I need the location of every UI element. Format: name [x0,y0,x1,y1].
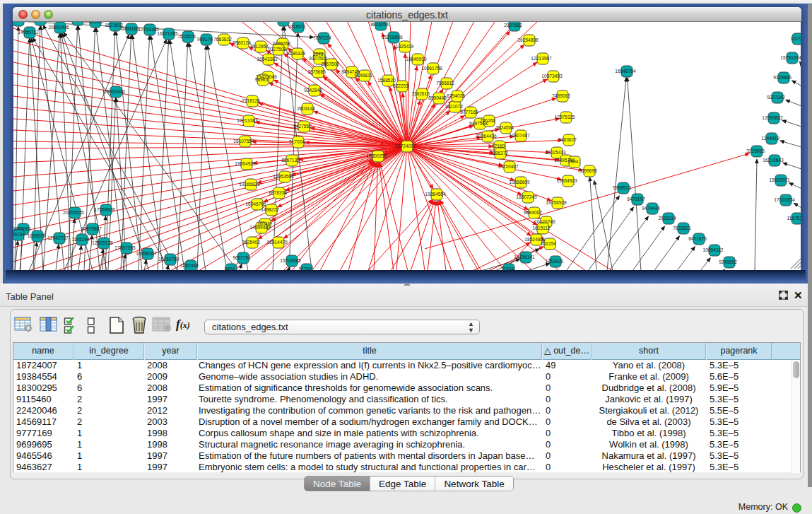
svg-text:16914479: 16914479 [266,240,288,245]
svg-text:7515526: 7515526 [177,34,196,39]
svg-text:12975115: 12975115 [555,115,575,119]
svg-text:14196141: 14196141 [514,255,535,259]
svg-text:11325419: 11325419 [394,44,414,49]
svg-text:10654112: 10654112 [703,247,724,252]
svg-text:12353594: 12353594 [273,174,294,179]
svg-text:17534: 17534 [501,267,514,270]
svg-text:969174: 969174 [197,37,213,42]
svg-text:62160: 62160 [492,144,505,148]
svg-text:16648764: 16648764 [615,69,636,74]
svg-text:15720407: 15720407 [498,164,519,169]
svg-text:9884067: 9884067 [524,210,542,215]
svg-text:15751074: 15751074 [780,55,801,60]
svg-text:19654923: 19654923 [556,178,577,183]
svg-text:7955812: 7955812 [436,81,454,86]
svg-text:15718485: 15718485 [280,258,301,263]
svg-text:18724007: 18724007 [395,144,416,148]
svg-text:1156829: 1156829 [27,233,45,238]
svg-text:10973493: 10973493 [541,74,563,78]
svg-text:1145194: 1145194 [71,237,90,242]
svg-text:15692971: 15692971 [769,177,790,182]
svg-text:1753426: 1753426 [545,259,563,264]
svg-text:20364436: 20364436 [476,134,497,139]
svg-text:1615112: 1615112 [532,226,551,230]
svg-text:18807249: 18807249 [516,194,537,199]
svg-text:9129966: 9129966 [773,75,792,80]
svg-text:8267130: 8267130 [281,158,300,163]
svg-text:7663822: 7663822 [213,37,232,42]
svg-text:14099489: 14099489 [249,225,271,230]
svg-text:7857224: 7857224 [313,35,331,40]
svg-text:8471676: 8471676 [688,236,707,241]
svg-text:16335: 16335 [13,22,23,23]
svg-text:19218506: 19218506 [382,35,403,40]
svg-text:917004: 917004 [289,139,305,144]
svg-text:10853287: 10853287 [83,22,105,24]
svg-text:2867608: 2867608 [321,62,339,66]
svg-text:10719185: 10719185 [138,27,159,32]
svg-text:12942737: 12942737 [47,235,69,240]
svg-text:17359928: 17359928 [94,207,115,212]
svg-text:12093822: 12093822 [762,115,783,120]
svg-text:28053346: 28053346 [104,89,125,94]
svg-text:1167533: 1167533 [787,216,801,221]
svg-text:8990448: 8990448 [428,95,447,100]
svg-text:746266: 746266 [480,118,495,123]
svg-text:18640910: 18640910 [406,57,427,62]
svg-text:9327503: 9327503 [268,47,286,52]
svg-text:16107554: 16107554 [233,139,254,144]
svg-text:9657791: 9657791 [233,255,251,260]
svg-text:8878334: 8878334 [269,190,287,195]
svg-text:9699695: 9699695 [579,168,597,173]
svg-text:6479197: 6479197 [627,197,645,201]
svg-text:1685061: 1685061 [13,226,31,231]
svg-text:7625402: 7625402 [242,240,260,245]
svg-text:98963: 98963 [255,77,269,82]
svg-text:17957255: 17957255 [114,245,136,250]
svg-text:19756928: 19756928 [546,200,567,205]
svg-text:18524861: 18524861 [524,237,546,242]
svg-text:20206535: 20206535 [63,210,84,215]
svg-text:18300295: 18300295 [366,153,387,158]
svg-text:9242848: 9242848 [304,88,322,93]
svg-text:8813054: 8813054 [370,22,389,27]
svg-text:8912954: 8912954 [250,44,269,49]
svg-text:1621072: 1621072 [445,104,463,109]
svg-text:16033809: 16033809 [271,22,293,23]
svg-text:16046766: 16046766 [245,201,266,206]
svg-text:19384554: 19384554 [425,192,446,197]
svg-text:14055712: 14055712 [18,30,39,35]
svg-text:3215953: 3215953 [746,148,765,153]
svg-text:8186328: 8186328 [287,51,305,56]
svg-text:9960124: 9960124 [233,40,251,45]
svg-text:91700: 91700 [299,267,312,270]
svg-text:17016504: 17016504 [774,197,795,202]
svg-text:10958107: 10958107 [136,251,157,256]
svg-text:1292348: 1292348 [180,263,199,268]
svg-text:7504: 7504 [568,159,579,164]
svg-text:10120746: 10120746 [534,219,555,224]
svg-text:252254: 252254 [541,241,556,246]
svg-text:1362615: 1362615 [411,91,430,96]
svg-text:6794028: 6794028 [447,93,465,98]
svg-text:16210643: 16210643 [763,158,784,163]
svg-text:9146821: 9146821 [354,73,372,78]
svg-text:10975887: 10975887 [81,226,102,231]
svg-text:1588520: 1588520 [377,78,396,83]
svg-text:8454: 8454 [225,267,235,270]
svg-text:12213987: 12213987 [531,56,552,61]
svg-text:3226058: 3226058 [272,41,290,46]
svg-text:16782759: 16782759 [158,257,180,262]
svg-text:12505135: 12505135 [92,240,113,245]
svg-text:6466160: 6466160 [121,26,139,31]
svg-text:16543382: 16543382 [257,57,278,62]
svg-text:2935114: 2935114 [658,216,676,221]
svg-text:2803144: 2803144 [297,106,315,111]
svg-text:9474444: 9474444 [642,206,660,211]
svg-text:7632621: 7632621 [673,226,691,230]
svg-text:3875685: 3875685 [307,69,326,74]
svg-text:9218511: 9218511 [288,24,306,29]
svg-text:10807487: 10807487 [509,133,530,138]
svg-text:939154: 939154 [13,232,25,237]
svg-text:5958923: 5958923 [613,185,631,190]
